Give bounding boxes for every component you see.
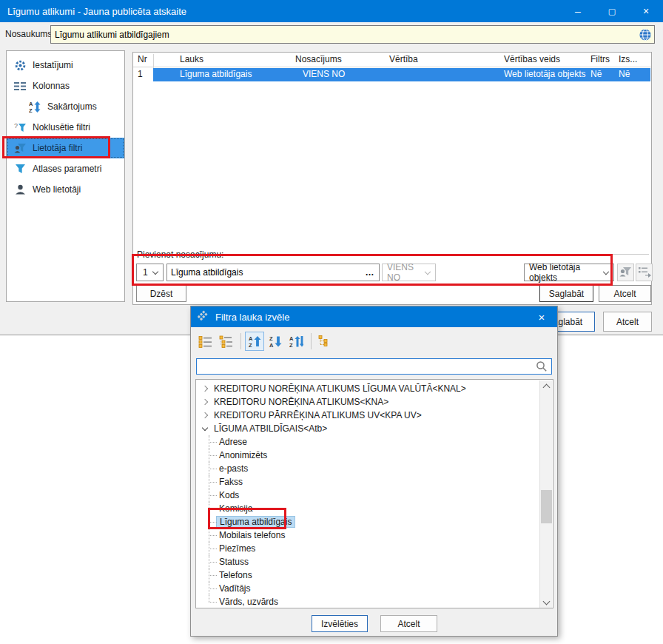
sidebar-item-label: Sakārtojums	[47, 101, 97, 112]
column-header-filtrs[interactable]: Filtrs	[590, 54, 610, 64]
tree-item-vards-uzvards[interactable]: Vārds, uzvārds	[196, 595, 553, 608]
tree-item-telefons[interactable]: Telefons	[196, 568, 553, 582]
name-field-label: Nosaukums:	[5, 29, 55, 39]
tree-view-button[interactable]	[216, 332, 235, 351]
sidebar-item-kolonnas[interactable]: Kolonnas	[7, 76, 124, 96]
add-condition-label: Pievienot nosacījumu:	[137, 249, 223, 260]
condition-field-input-wrap: …	[166, 264, 380, 281]
group-border	[222, 254, 649, 255]
tree-item-label: Komisija	[219, 503, 252, 514]
tree-item-kpa-uv[interactable]: KREDITORU PĀRRĒĶINA ATLIKUMS UV<KPA UV>	[196, 409, 553, 422]
table-row[interactable]: 1 Līguma atbildīgais VIENS NO Web lietot…	[133, 68, 651, 81]
dialog-icon	[198, 310, 209, 323]
name-input-wrap	[50, 25, 655, 44]
modal-titlebar: Filtra lauka izvēle ×	[191, 306, 557, 327]
tree-item-knal[interactable]: KREDITORU NORĒĶINA ATLIKUMS LĪGUMA VALŪT…	[196, 382, 553, 395]
tree-item-label: Vārds, uzvārds	[219, 597, 278, 607]
tree-item-label-selected: Līguma atbildīgais	[216, 516, 295, 528]
tree-item-label: Mobilais telefons	[219, 530, 285, 540]
user-filter-icon	[619, 266, 632, 280]
column-header-izs[interactable]: Izs...	[619, 54, 637, 64]
tree-item-piezimes[interactable]: Piezīmes	[196, 542, 553, 555]
name-input[interactable]	[51, 26, 654, 43]
tree-item-label: KREDITORU NORĒĶINA ATLIKUMS<KNA>	[214, 397, 388, 407]
cancel-button-inner[interactable]: Atcelt	[599, 285, 651, 302]
tree-item-e-pasts[interactable]: e-pasts	[196, 462, 553, 475]
chevron-down-icon	[603, 268, 609, 274]
tree-item-liguma-atbildigais[interactable]: Līguma atbildīgais	[196, 515, 553, 529]
scrollbar-thumb[interactable]	[541, 490, 552, 523]
value-type-select[interactable]: Web lietotāja objekts	[524, 264, 614, 281]
tree-item-kna[interactable]: KREDITORU NORĒĶINA ATLIKUMS<KNA>	[196, 395, 553, 409]
modal-title: Filtra lauka izvēle	[215, 312, 289, 323]
sort-ascending-button[interactable]: AZ	[245, 332, 264, 351]
column-header-nosacijums[interactable]: Nosacījums	[295, 54, 342, 64]
column-header-lauks[interactable]: Lauks	[180, 54, 203, 64]
tree-item-label: KREDITORU PĀRRĒĶINA ATLIKUMS UV<KPA UV>	[214, 410, 422, 420]
chevron-down-icon	[425, 268, 431, 274]
cancel-button-bottom[interactable]: Atcelt	[603, 312, 652, 332]
tree-scrollbar[interactable]	[539, 380, 552, 608]
tree-item-kods[interactable]: Kods	[196, 489, 553, 502]
expander-collapsed-icon[interactable]	[202, 412, 208, 418]
window-controls: – ▢ ×	[561, 0, 663, 22]
column-header-nr[interactable]: Nr	[138, 54, 147, 64]
svg-text:Z: Z	[289, 342, 293, 349]
list-arrow-icon	[638, 266, 651, 280]
sidebar-item-atlases-parametri[interactable]: Atlases parametri	[7, 158, 124, 179]
sort-descending-button[interactable]: ZA	[266, 332, 285, 351]
tree-item-atb[interactable]: LĪGUMA ATBILDĪGAIS<Atb>	[196, 422, 553, 435]
sidebar-item-label: Web lietotāji	[33, 184, 81, 195]
flat-list-view-button[interactable]	[195, 332, 215, 351]
expander-expanded-icon[interactable]	[202, 425, 208, 431]
tree-item-label: Fakss	[219, 477, 243, 487]
minimize-button[interactable]: –	[561, 0, 595, 22]
modal-cancel-button[interactable]: Atcelt	[380, 615, 437, 632]
delete-button[interactable]: Dzēst	[136, 285, 186, 302]
toolbar-separator	[240, 333, 241, 349]
tree-item-adrese[interactable]: Adrese	[196, 435, 553, 449]
column-header-vertibas-veids[interactable]: Vērtības veids	[504, 54, 560, 64]
sidebar-item-sakartojums[interactable]: AZ Sakārtojums	[7, 96, 124, 117]
maximize-button[interactable]: ▢	[595, 0, 629, 22]
sidebar-item-lietotaja-filtri[interactable]: Lietotāja filtri	[7, 138, 124, 158]
table-header: Nr Lauks Nosacījums Vērtība Vērtības vei…	[133, 53, 651, 67]
condition-field-input[interactable]	[167, 267, 361, 278]
sort-both-button[interactable]: AZ	[286, 332, 306, 351]
sidebar: Iestatījumi Kolonnas AZ Sakārtojums ? No…	[6, 50, 125, 302]
hierarchy-button[interactable]	[315, 332, 334, 351]
tree-item-label: Vadītājs	[219, 583, 250, 594]
condition-number-select[interactable]: 1	[136, 264, 164, 281]
condition-operator-select[interactable]: VIENS NO	[382, 264, 436, 281]
tree-item-mobilais-telefons[interactable]: Mobilais telefons	[196, 529, 553, 542]
tree-item-anonimizets[interactable]: Anonimizēts	[196, 449, 553, 462]
sidebar-item-iestatijumi[interactable]: Iestatījumi	[7, 55, 124, 76]
scroll-up-icon[interactable]	[543, 384, 551, 392]
sidebar-item-label: Atlases parametri	[33, 164, 101, 174]
user-filter-button[interactable]	[617, 264, 634, 281]
main-titlebar: Līgumu atlikumi - Jauna publicēta atskai…	[0, 0, 663, 22]
modal-close-button[interactable]: ×	[526, 306, 557, 327]
tree-item-statuss[interactable]: Statuss	[196, 555, 553, 568]
gear-icon	[13, 58, 27, 72]
tree-item-label: Adrese	[219, 437, 247, 447]
sidebar-item-web-lietotaji[interactable]: Web lietotāji	[7, 179, 124, 200]
select-button[interactable]: Izvēlēties	[312, 615, 368, 632]
tree-item-vaditajs[interactable]: Vadītājs	[196, 582, 553, 595]
search-input[interactable]	[197, 361, 536, 372]
close-button[interactable]: ×	[629, 0, 663, 22]
expander-collapsed-icon[interactable]	[202, 399, 208, 405]
cell-filtrs: Nē	[590, 69, 602, 79]
expander-collapsed-icon[interactable]	[202, 386, 208, 392]
tree-item-fakss[interactable]: Fakss	[196, 475, 553, 489]
column-header-vertiba[interactable]: Vērtība	[389, 54, 418, 64]
field-picker-button[interactable]: …	[361, 264, 379, 281]
sidebar-item-noklusetie-filtri[interactable]: ? Noklusētie filtri	[7, 117, 124, 138]
scroll-down-icon[interactable]	[543, 598, 551, 606]
tree-item-label: Kods	[219, 490, 239, 500]
tree-item-label: Telefons	[219, 570, 252, 580]
save-button-inner[interactable]: Saglabāt	[539, 285, 593, 302]
list-arrow-button[interactable]	[636, 264, 653, 281]
filter-field-dialog: Filtra lauka izvēle × AZ ZA AZ KREDITORU…	[190, 306, 558, 637]
tree-item-komisija[interactable]: Komisija	[196, 502, 553, 515]
